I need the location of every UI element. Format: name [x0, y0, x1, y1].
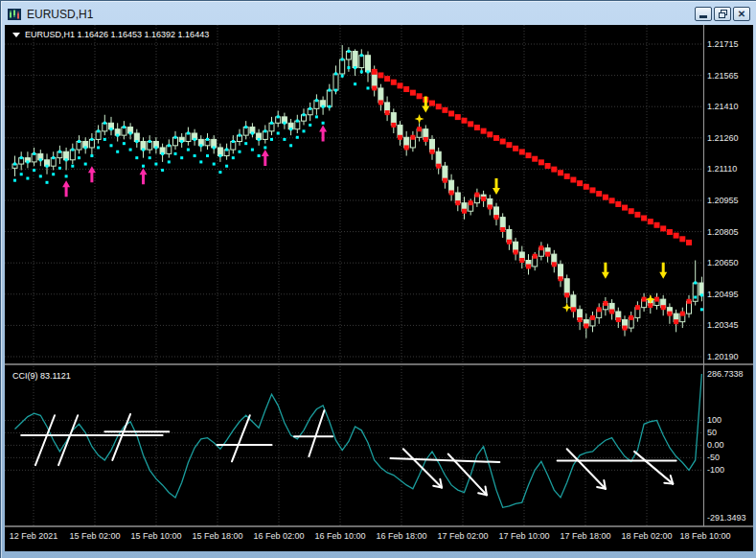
sell-arrow	[493, 178, 500, 195]
star-marker	[415, 114, 424, 124]
sell-arrows	[422, 97, 667, 279]
time-axis[interactable]: 12 Feb 202115 Feb 02:0015 Feb 10:0015 Fe…	[5, 527, 753, 551]
pane-divider[interactable]	[5, 363, 753, 365]
star-markers	[415, 114, 655, 313]
trendline-annotation[interactable]	[390, 458, 499, 462]
minimize-icon	[699, 15, 707, 18]
buy-arrow	[140, 168, 148, 184]
window-controls: ✕	[695, 7, 750, 21]
cci-axis-label: -100	[707, 465, 724, 475]
time-axis-label: 17 Feb 10:00	[491, 531, 558, 541]
cci-axis-label: 100	[707, 415, 722, 425]
star-marker	[562, 303, 572, 313]
time-axis-label: 16 Feb 10:00	[307, 531, 374, 541]
buy-arrow	[88, 166, 96, 182]
trendline-annotation[interactable]	[112, 414, 130, 460]
time-axis-label: 15 Feb 10:00	[123, 531, 190, 541]
ohlc-text: EURUSD,H1 1.16426 1.16453 1.16392 1.1644…	[25, 30, 209, 39]
time-axis-label: 16 Feb 18:00	[368, 531, 435, 541]
cci-axis-label: -291.3493	[707, 513, 746, 523]
price-axis-label: 1.20345	[707, 320, 739, 330]
axis-separator	[703, 25, 704, 526]
window-icon	[8, 9, 21, 20]
trendline-annotation[interactable]	[403, 449, 442, 487]
buy-arrow	[262, 150, 269, 166]
cci-annotations	[21, 410, 676, 495]
cci-axis-label: 286.7338	[707, 369, 744, 379]
window-titlebar[interactable]: EURUSD,H1 ✕	[5, 4, 753, 24]
cci-axis[interactable]: 286.7338100500.00-50-100-291.3493	[704, 366, 753, 525]
time-axis-label: 17 Feb 02:00	[429, 531, 496, 541]
sar-dots-series	[13, 66, 703, 311]
price-axis[interactable]: 1.217151.215651.214101.212601.211101.209…	[704, 25, 753, 363]
chart-client-area: EURUSD,H1 1.16426 1.16453 1.16392 1.1644…	[5, 25, 753, 551]
cci-axis-label: 0.00	[707, 440, 724, 450]
price-axis-label: 1.21410	[707, 102, 739, 111]
time-axis-label: 18 Feb 02:00	[613, 531, 680, 541]
time-axis-label: 17 Feb 18:00	[552, 531, 619, 541]
cci-indicator-pane[interactable]	[5, 366, 703, 525]
price-axis-label: 1.21110	[707, 164, 737, 174]
symbol-dropdown-icon	[12, 33, 20, 37]
close-button[interactable]: ✕	[733, 7, 750, 21]
chart-ohlc-header: EURUSD,H1 1.16426 1.16453 1.16392 1.1644…	[12, 30, 209, 39]
time-axis-label: 16 Feb 02:00	[245, 531, 312, 541]
window-title: EURUSD,H1	[27, 8, 93, 21]
price-axis-label: 1.20190	[707, 352, 739, 361]
time-axis-label: 15 Feb 02:00	[61, 531, 128, 541]
restore-button[interactable]	[714, 7, 731, 21]
mt4-chart-window: EURUSD,H1 ✕ EURUSD,H1 1.16426 1.16453 1.…	[0, 0, 756, 558]
ma-dots-series	[13, 50, 703, 331]
price-axis-label: 1.21260	[707, 133, 739, 143]
price-axis-label: 1.20650	[707, 258, 739, 267]
price-chart[interactable]	[5, 25, 703, 363]
price-axis-label: 1.21565	[707, 71, 739, 81]
trendline-annotation[interactable]	[232, 415, 250, 461]
price-axis-label: 1.20495	[707, 290, 739, 299]
price-axis-label: 1.21715	[707, 39, 739, 49]
close-icon: ✕	[738, 10, 745, 19]
sell-arrow	[659, 263, 667, 279]
cci-axis-label: -50	[707, 453, 720, 462]
cci-axis-label: 50	[707, 428, 717, 437]
trendline-annotation[interactable]	[567, 449, 606, 489]
buy-arrow	[62, 180, 70, 197]
price-axis-label: 1.20955	[707, 196, 739, 205]
price-axis-label: 1.20805	[707, 227, 739, 237]
restore-icon	[719, 10, 727, 18]
sell-arrow	[602, 263, 609, 279]
trendline-annotation[interactable]	[634, 452, 673, 484]
buy-arrow	[319, 125, 327, 141]
cci-label: CCI(9) 83.1121	[12, 371, 71, 381]
time-axis-label: 12 Feb 2021	[5, 531, 67, 541]
time-axis-label: 15 Feb 18:00	[184, 531, 251, 541]
minimize-button[interactable]	[695, 7, 712, 21]
time-axis-label: 18 Feb 10:00	[672, 531, 739, 541]
